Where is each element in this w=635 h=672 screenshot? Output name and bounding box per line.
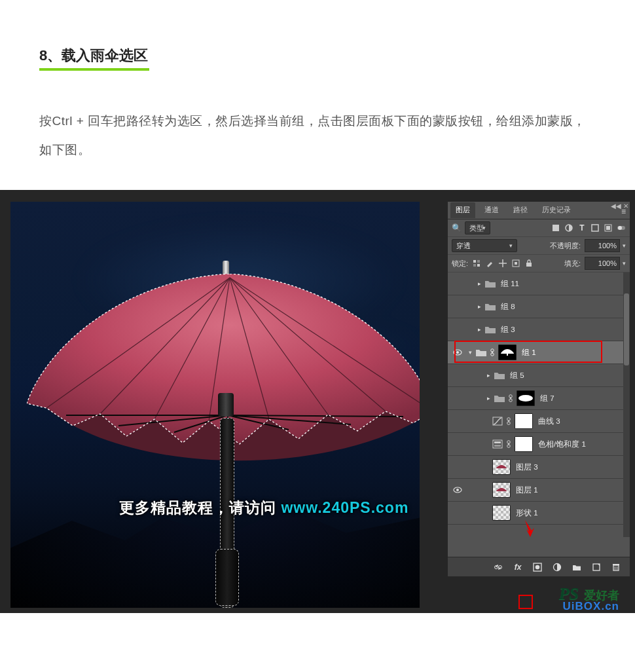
umbrella-runner (218, 393, 234, 417)
filter-row: 🔍 类型▾ T (448, 219, 630, 237)
layer-label: 曲线 3 (538, 417, 560, 426)
layer-row-huesat1[interactable]: 色相/饱和度 1 (448, 433, 630, 456)
layer-row-group3[interactable]: ▸ 组 3 (448, 318, 630, 341)
layer-scrollbar[interactable] (623, 272, 630, 537)
panel-footer: fx (448, 557, 630, 576)
layer-thumbnail[interactable] (492, 459, 511, 475)
svg-rect-18 (492, 351, 492, 354)
filter-smart-icon[interactable] (604, 223, 613, 233)
layer-row-group5[interactable]: ▸ 组 5 (448, 364, 630, 387)
filter-kind-select[interactable]: 类型▾ (465, 221, 490, 234)
link-icon (506, 440, 511, 448)
panel-tabs: 图层 通道 路径 历史记录 ≡ (448, 202, 630, 219)
opacity-label: 不透明度: (550, 241, 581, 251)
scrollbar-thumb[interactable] (624, 293, 629, 365)
svg-rect-29 (494, 441, 501, 443)
layer-thumbnail[interactable] (492, 505, 511, 521)
lock-label: 锁定: (452, 259, 468, 269)
svg-point-15 (456, 351, 459, 354)
opacity-caret-icon[interactable]: ▾ (623, 242, 626, 249)
layer-row-group7[interactable]: ▸ 组 7 (448, 387, 630, 410)
chevron-right-icon[interactable]: ▸ (477, 326, 482, 333)
mask-thumbnail[interactable] (498, 345, 517, 360)
layer-row-layer1[interactable]: 图层 1 (448, 479, 630, 502)
chevron-right-icon[interactable]: ▸ (486, 395, 491, 401)
new-layer-icon[interactable] (592, 563, 601, 572)
new-adjustment-icon[interactable] (553, 563, 562, 572)
layer-row-shape1[interactable]: 形状 1 (448, 502, 630, 525)
blend-mode-select[interactable]: 穿透▾ (452, 239, 517, 252)
annotation-arrow-icon (522, 519, 535, 537)
image-canvas: 更多精品教程，请访问 www.240PS.com (10, 202, 420, 608)
svg-point-23 (518, 395, 533, 401)
image-watermark: 更多精品教程，请访问 www.240PS.com (119, 498, 408, 518)
link-icon (508, 394, 513, 402)
add-mask-icon[interactable] (533, 563, 542, 572)
watermark-domain: UiBOX.cn (563, 600, 619, 613)
filter-shape-icon[interactable] (590, 223, 600, 233)
layer-label: 色相/饱和度 1 (538, 439, 586, 449)
tab-paths[interactable]: 路径 (508, 202, 533, 218)
lock-position-icon[interactable] (498, 259, 507, 268)
filter-adjust-icon[interactable] (564, 223, 573, 233)
new-group-icon[interactable] (572, 563, 581, 572)
tab-history[interactable]: 历史记录 (537, 202, 576, 218)
mask-thumbnail[interactable] (517, 390, 535, 406)
svg-rect-22 (510, 397, 511, 400)
chevron-down-icon[interactable]: ▾ (467, 349, 473, 356)
lock-row: 锁定: 填充: ▾ (448, 255, 630, 272)
chevron-right-icon[interactable]: ▸ (477, 303, 482, 310)
mask-thumbnail[interactable] (515, 413, 533, 429)
folder-icon (494, 371, 505, 379)
fill-field[interactable] (585, 257, 620, 270)
svg-rect-33 (508, 443, 509, 445)
layer-row-curves3[interactable]: 曲线 3 (448, 410, 630, 433)
step-body: 按Ctrl + 回车把路径转为选区，然后选择当前组，点击图层面板下面的蒙版按钮，… (39, 107, 596, 164)
search-icon[interactable]: 🔍 (452, 223, 461, 233)
folder-icon (485, 303, 496, 310)
svg-rect-43 (613, 564, 619, 565)
svg-rect-4 (606, 226, 610, 230)
filter-toggle-icon[interactable] (617, 223, 626, 233)
filter-type-icon[interactable]: T (577, 223, 587, 233)
filter-pixel-icon[interactable] (551, 223, 560, 233)
step-heading: 8、载入雨伞选区 (39, 46, 149, 71)
tab-layers[interactable]: 图层 (450, 202, 475, 218)
visibility-toggle[interactable] (448, 487, 467, 493)
svg-rect-8 (477, 260, 480, 263)
lock-artboard-icon[interactable] (511, 259, 520, 268)
lock-all-icon[interactable] (524, 259, 534, 268)
svg-point-39 (535, 565, 540, 570)
visibility-toggle[interactable] (448, 349, 467, 356)
svg-rect-0 (553, 225, 559, 231)
tab-channels[interactable]: 通道 (479, 202, 504, 218)
delete-layer-icon[interactable] (611, 563, 621, 572)
chevron-right-icon[interactable]: ▸ (477, 280, 482, 287)
folder-icon (476, 348, 486, 356)
fx-icon[interactable]: fx (513, 563, 522, 572)
layers-panel: ◀◀ ✕ 图层 通道 路径 历史记录 ≡ 🔍 类型▾ T 穿透▾ (448, 202, 630, 576)
folder-icon (485, 280, 496, 288)
watermark-text: 更多精品教程，请访问 (119, 499, 281, 516)
mask-thumbnail[interactable] (515, 436, 533, 452)
panel-menu-icon[interactable]: ≡ (621, 207, 626, 216)
layer-row-layer3[interactable]: 图层 3 (448, 456, 630, 479)
layer-thumbnail[interactable] (492, 482, 511, 498)
fill-caret-icon[interactable]: ▾ (623, 260, 626, 267)
layer-row-group8[interactable]: ▸ 组 8 (448, 295, 630, 318)
opacity-field[interactable] (585, 239, 620, 252)
svg-rect-27 (508, 420, 509, 422)
layer-label: 组 5 (510, 371, 524, 381)
link-layers-icon[interactable] (494, 563, 503, 572)
lock-pixels-icon[interactable] (485, 259, 494, 268)
link-icon (506, 417, 511, 425)
layer-label: 组 8 (501, 302, 515, 312)
eye-icon (453, 487, 462, 493)
fill-label: 填充: (564, 259, 581, 269)
layer-row-group1-selected[interactable]: ▾ 组 1 (448, 341, 630, 364)
chevron-right-icon[interactable]: ▸ (486, 372, 491, 379)
layer-label: 形状 1 (516, 508, 538, 518)
lock-transparency-icon[interactable] (472, 259, 481, 268)
layer-list: ▸ 组 11 ▸ 组 8 (448, 272, 630, 537)
layer-row-group11[interactable]: ▸ 组 11 (448, 272, 630, 295)
